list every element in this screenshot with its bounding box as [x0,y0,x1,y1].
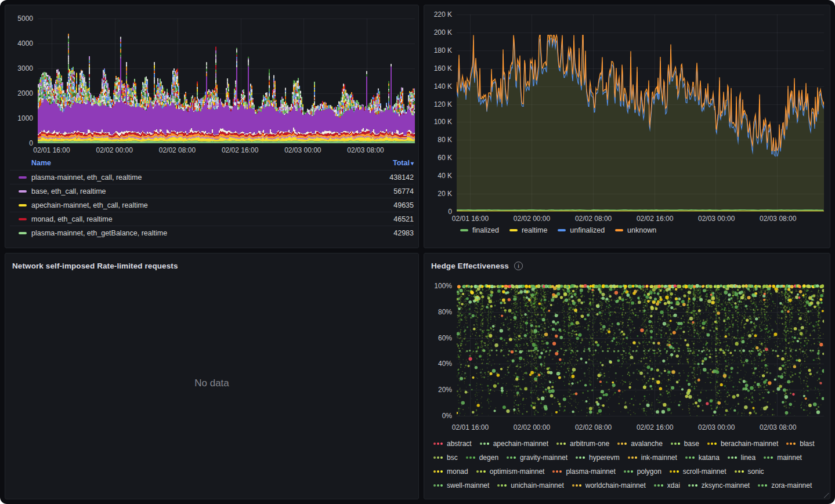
panel-resize-handle[interactable] [824,493,829,498]
table-row[interactable]: monad, eth_call, realtime46521 [10,212,414,226]
legend-item-base[interactable]: base [671,437,699,451]
table-row[interactable]: apechain-mainnet, eth_call, realtime4963… [10,198,414,212]
hedge-legend: abstractapechain-mainnetarbitrum-oneaval… [429,437,825,492]
three-dots-icon [572,484,581,487]
legend-item-finalized[interactable]: finalized [460,226,499,234]
legend-label: unknown [627,226,656,234]
three-dots-icon [466,456,475,459]
hedge-y-axis: 0%20%40%60%80%100% [429,282,457,420]
legend-item-degen[interactable]: degen [466,451,498,465]
legend-label: apechain-mainnet [493,440,548,448]
hedge-header: Hedge Effectiveness i [429,258,825,272]
finality-chart-area: 020 K40 K60 K80 K100 K120 K140 K160 K180… [429,14,825,212]
three-dots-icon [507,456,516,459]
legend-item-unfinalized[interactable]: unfinalized [558,226,605,234]
legend-item-linea[interactable]: linea [728,451,756,465]
x-tick-label: 02/01 16:00 [452,423,489,432]
hedge-chart-canvas[interactable] [457,282,824,420]
series-name: apechain-mainnet, eth_call, realtime [31,201,393,209]
x-tick-label: 02/03 00:00 [284,146,321,154]
y-tick-label: 100% [434,282,452,290]
legend-swatch [615,229,623,231]
legend-label: bsc [447,454,458,462]
legend-item-avalanche[interactable]: avalanche [617,437,663,451]
series-color-swatch [19,190,27,193]
legend-label: zora-mainnet [771,481,812,490]
legend-item-unichain-mainnet[interactable]: unichain-mainnet [497,478,563,492]
column-header-name[interactable]: Name [31,159,393,167]
x-tick-label: 02/01 16:00 [452,215,489,223]
table-row[interactable]: plasma-mainnet, eth_call, realtime438142 [10,170,414,184]
legend-item-zora-mainnet[interactable]: zora-mainnet [758,478,812,492]
legend-label: blast [800,440,814,448]
legend-item-ink-mainnet[interactable]: ink-mainnet [628,451,677,465]
column-header-total[interactable]: Total ▾ [393,159,414,167]
three-dots-icon [476,470,486,473]
finality-chart-canvas[interactable] [457,14,824,212]
legend-label: zksync-mainnet [702,481,750,490]
three-dots-icon [552,470,562,473]
y-tick-label: 3000 [17,64,33,72]
legend-item-optimism-mainnet[interactable]: optimism-mainnet [476,465,545,478]
legend-item-plasma-mainnet[interactable]: plasma-mainnet [552,465,615,478]
three-dots-icon [764,456,773,459]
panel-hedge-effectiveness: Hedge Effectiveness i 0%20%40%60%80%100%… [424,253,830,499]
x-tick-label: 02/03 00:00 [698,215,735,223]
legend-item-hyperevm[interactable]: hyperevm [576,451,620,465]
x-tick-label: 02/03 08:00 [760,423,796,432]
x-tick-label: 02/02 08:00 [159,146,196,154]
table-row[interactable]: base, eth_call, realtime56774 [10,184,414,198]
legend-item-swell-mainnet[interactable]: swell-mainnet [433,478,489,492]
legend-item-xdai[interactable]: xdai [654,478,680,492]
table-row[interactable]: plasma-mainnet, eth_getBalance, realtime… [10,226,414,240]
panel-finality: 020 K40 K60 K80 K100 K120 K140 K160 K180… [424,5,830,248]
legend-item-zksync-mainnet[interactable]: zksync-mainnet [688,478,750,492]
legend-item-arbitrum-one[interactable]: arbitrum-one [556,437,609,451]
series-total: 56774 [393,187,414,195]
y-tick-label: 140 K [434,82,452,90]
three-dots-icon [728,456,737,459]
no-data-message: No data [10,272,414,494]
legend-item-unknown[interactable]: unknown [615,226,656,234]
y-tick-label: 160 K [434,64,452,72]
legend-item-mainnet[interactable]: mainnet [764,451,802,465]
y-tick-label: 100 K [434,118,452,126]
legend-item-monad[interactable]: monad [433,465,468,478]
legend-item-apechain-mainnet[interactable]: apechain-mainnet [480,437,548,451]
legend-label: degen [479,454,498,462]
y-tick-label: 40% [438,360,452,368]
legend-item-bsc[interactable]: bsc [433,451,458,465]
legend-item-scroll-mainnet[interactable]: scroll-mainnet [670,465,726,478]
legend-label: plasma-mainnet [566,467,615,476]
requests-chart-canvas[interactable] [38,13,415,143]
legend-item-abstract[interactable]: abstract [433,437,472,451]
legend-item-realtime[interactable]: realtime [509,226,547,234]
three-dots-icon [480,443,489,445]
legend-item-gravity-mainnet[interactable]: gravity-mainnet [507,451,567,465]
y-tick-label: 0 [29,139,33,147]
three-dots-icon [688,484,697,487]
finality-legend: finalizedrealtimeunfinalizedunknown [429,226,825,234]
x-tick-label: 02/01 16:00 [33,146,70,154]
three-dots-icon [671,443,680,445]
y-tick-label: 220 K [434,10,452,19]
x-tick-label: 02/02 00:00 [514,423,550,432]
legend-item-katana[interactable]: katana [685,451,720,465]
y-tick-label: 1000 [17,114,33,122]
series-total: 49635 [393,201,414,209]
legend-label: xdai [667,481,680,490]
legend-label: sonic [748,467,764,476]
legend-item-berachain-mainnet[interactable]: berachain-mainnet [707,437,778,451]
finality-x-axis: 02/01 16:0002/02 00:0002/02 08:0002/02 1… [457,212,825,223]
y-tick-label: 20% [438,386,452,394]
y-tick-label: 40 K [438,172,452,180]
legend-item-polygon[interactable]: polygon [624,465,662,478]
legend-item-sonic[interactable]: sonic [735,465,764,478]
info-icon[interactable]: i [514,262,523,270]
legend-label: base [684,440,699,448]
finality-y-axis: 020 K40 K60 K80 K100 K120 K140 K160 K180… [429,14,457,212]
legend-item-blast[interactable]: blast [786,437,814,451]
legend-item-worldchain-mainnet[interactable]: worldchain-mainnet [572,478,646,492]
hedge-x-axis: 02/01 16:0002/02 00:0002/02 08:0002/02 1… [457,420,825,432]
legend-label: katana [699,454,720,462]
